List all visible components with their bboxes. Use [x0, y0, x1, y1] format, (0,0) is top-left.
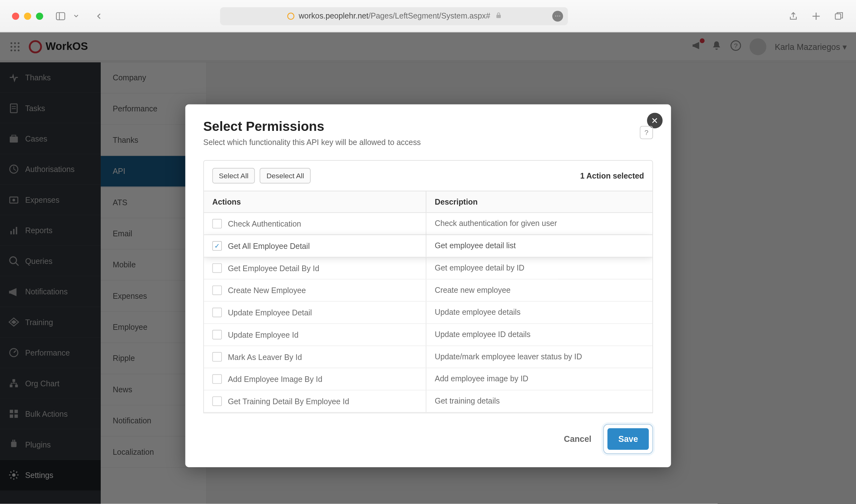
chevron-down-icon[interactable]: [71, 10, 81, 21]
checkbox[interactable]: [212, 263, 222, 273]
site-menu-icon[interactable]: ⋯: [553, 10, 563, 21]
permission-description: Update employee ID details: [426, 324, 652, 345]
select-permissions-modal: ✕ Select Permissions Select which functi…: [185, 105, 671, 467]
permission-row[interactable]: Get Employee Detail By Id Get employee d…: [204, 257, 652, 280]
checkbox[interactable]: [212, 286, 222, 295]
permission-action: Update Employee Detail: [228, 308, 312, 317]
workos-favicon-icon: [287, 12, 295, 20]
permission-row[interactable]: Add Employee Image By Id Add employee im…: [204, 368, 652, 390]
window-controls[interactable]: [12, 12, 43, 19]
svg-rect-3: [496, 15, 500, 18]
col-description-header: Description: [426, 192, 652, 213]
permission-description: Check authentication for given user: [426, 213, 652, 234]
checkbox[interactable]: [212, 308, 222, 317]
checkbox[interactable]: ✓: [212, 241, 222, 251]
permission-row[interactable]: Check Authentication Check authenticatio…: [204, 213, 652, 235]
permission-description: Create new employee: [426, 280, 652, 301]
svg-rect-0: [56, 12, 65, 19]
permission-action: Get Employee Detail By Id: [228, 264, 319, 273]
cancel-button[interactable]: Cancel: [564, 434, 591, 444]
close-window-icon[interactable]: [12, 12, 19, 19]
maximize-window-icon[interactable]: [36, 12, 43, 19]
permission-action: Get All Employee Detail: [228, 241, 310, 250]
svg-rect-6: [835, 14, 841, 19]
modal-subtitle: Select which functionality this API key …: [203, 138, 653, 147]
permission-row[interactable]: Update Employee Id Update employee ID de…: [204, 324, 652, 346]
checkbox[interactable]: [212, 374, 222, 384]
browser-toolbar: workos.peoplehr.net/Pages/LeftSegment/Sy…: [0, 0, 856, 32]
col-actions-header: Actions: [204, 192, 426, 213]
back-icon[interactable]: [93, 10, 104, 21]
share-icon[interactable]: [788, 10, 799, 21]
permission-action: Create New Employee: [228, 286, 306, 295]
address-bar[interactable]: workos.peoplehr.net/Pages/LeftSegment/Sy…: [220, 7, 568, 25]
selection-count: 1 Action selected: [580, 172, 644, 180]
permission-action: Add Employee Image By Id: [228, 374, 322, 383]
permission-row[interactable]: Get Training Detail By Employee Id Get t…: [204, 390, 652, 413]
url-host: workos.peoplehr.net: [299, 11, 368, 20]
save-button[interactable]: Save: [607, 428, 648, 450]
checkbox[interactable]: [212, 219, 222, 229]
permission-action: Update Employee Id: [228, 330, 298, 339]
deselect-all-button[interactable]: Deselect All: [260, 168, 311, 184]
permission-description: Update employee details: [426, 302, 652, 323]
permission-description: Get training details: [426, 390, 652, 412]
permission-description: Get employee detail list: [426, 235, 652, 257]
new-tab-icon[interactable]: [811, 10, 821, 21]
modal-title: Select Permissions: [203, 119, 653, 134]
lock-icon: [495, 11, 502, 20]
checkbox[interactable]: [212, 330, 222, 340]
svg-point-2: [288, 13, 294, 19]
permission-description: Get employee detail by ID: [426, 257, 652, 279]
permission-description: Add employee image by ID: [426, 368, 652, 390]
checkbox[interactable]: [212, 352, 222, 362]
minimize-window-icon[interactable]: [24, 12, 31, 19]
save-button-highlight: Save: [603, 424, 653, 454]
permission-row[interactable]: Mark As Leaver By Id Update/mark employe…: [204, 346, 652, 368]
permission-row[interactable]: Create New Employee Create new employee: [204, 280, 652, 302]
permission-row[interactable]: Update Employee Detail Update employee d…: [204, 302, 652, 324]
modal-help-icon[interactable]: ?: [640, 126, 653, 139]
checkbox[interactable]: [212, 396, 222, 406]
permission-row[interactable]: ✓ Get All Employee Detail Get employee d…: [204, 235, 652, 257]
permission-description: Update/mark employee leaver status by ID: [426, 346, 652, 368]
permission-action: Check Authentication: [228, 219, 301, 228]
permission-action: Mark As Leaver By Id: [228, 353, 302, 361]
sidebar-toggle-icon[interactable]: [55, 10, 66, 21]
tabs-icon[interactable]: [833, 10, 844, 21]
url-path: /Pages/LeftSegment/System.aspx#: [368, 11, 490, 20]
permission-action: Get Training Detail By Employee Id: [228, 397, 349, 406]
select-all-button[interactable]: Select All: [212, 168, 255, 184]
